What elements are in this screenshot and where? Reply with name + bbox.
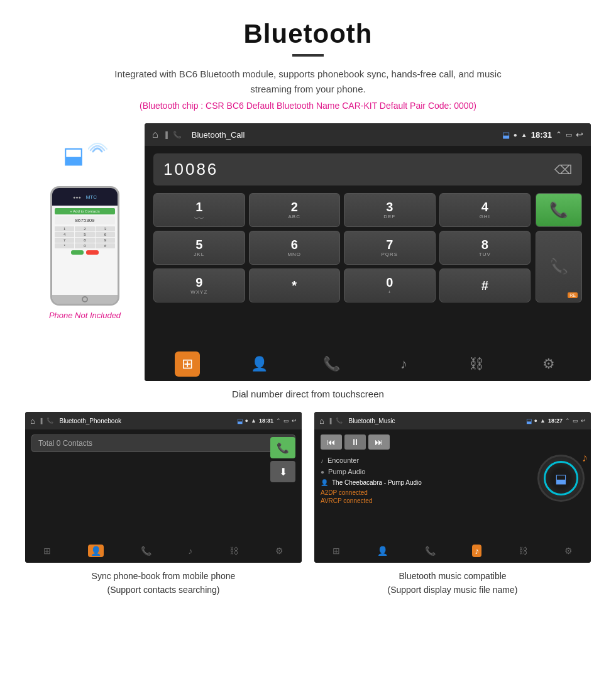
pb-nav-phone[interactable]: 📞 bbox=[141, 546, 151, 556]
page-header: Bluetooth Integrated with BC6 Bluetooth … bbox=[0, 0, 616, 123]
wifi-icon: ▲ bbox=[521, 131, 527, 138]
music-controls: ⏮ ⏸ ⏭ bbox=[321, 434, 585, 450]
pb-content: Total 0 Contacts bbox=[25, 429, 302, 463]
track-name-2: Pump Audio bbox=[328, 468, 365, 475]
music-caption-line2: (Support display music file name) bbox=[388, 585, 518, 595]
pb-chevron: ⌃ bbox=[276, 418, 281, 424]
bluetooth-icon: ⬓ bbox=[63, 142, 84, 169]
key-7[interactable]: 7PQRS bbox=[344, 231, 436, 265]
music-bottom-nav: ⊞ 👤 📞 ♪ ⛓ ⚙ bbox=[314, 539, 591, 563]
pb-nav-contacts[interactable]: 👤 bbox=[88, 545, 104, 557]
music-bt-icon: ⬓ bbox=[526, 418, 532, 424]
disc-ring: ⬓ bbox=[544, 461, 578, 495]
redial-button[interactable]: 📞 RE bbox=[536, 231, 582, 302]
disc-icon: ● bbox=[321, 468, 324, 475]
pb-search-bar[interactable]: Total 0 Contacts bbox=[31, 434, 295, 452]
pb-status-right: ⬓ ● ▲ 18:31 ⌃ ▭ ↩ bbox=[237, 418, 297, 424]
a2dp-connected: A2DP connected bbox=[321, 489, 532, 496]
key-0[interactable]: 0+ bbox=[344, 268, 436, 302]
dial-status-title: Bluetooth_Call bbox=[192, 130, 245, 140]
key-4[interactable]: 4GHI bbox=[439, 193, 531, 227]
backspace-button[interactable]: ⌫ bbox=[554, 162, 572, 177]
music-window: ▭ bbox=[573, 418, 578, 424]
music-chevron: ⌃ bbox=[565, 418, 570, 424]
back-icon: ↩ bbox=[576, 130, 583, 140]
dial-number: 10086 bbox=[163, 160, 218, 179]
status-time: 18:31 bbox=[531, 130, 552, 140]
music-wifi: ▲ bbox=[540, 418, 546, 424]
bottom-screens: ⌂ ▐ 📞 Bluetooth_Phonebook ⬓ ● ▲ 18:31 ⌃ … bbox=[0, 412, 616, 597]
music-nav-contacts[interactable]: 👤 bbox=[377, 546, 388, 556]
bt-status-icon: ⬓ bbox=[502, 130, 510, 140]
key-5[interactable]: 5JKL bbox=[153, 231, 245, 265]
key-8[interactable]: 8TUV bbox=[439, 231, 531, 265]
music-caption: Bluetooth music compatible (Support disp… bbox=[314, 569, 591, 597]
pb-bt-icon: ⬓ bbox=[237, 418, 243, 424]
phone-home-circle bbox=[82, 296, 88, 302]
pb-bottom-nav: ⊞ 👤 📞 ♪ ⛓ ⚙ bbox=[25, 539, 302, 563]
pb-home-icon: ⌂ bbox=[30, 416, 35, 426]
key-*[interactable]: * bbox=[249, 268, 341, 302]
phone-mockup: ●●● MTC + Add to Contacts 8675309 123 45… bbox=[50, 186, 119, 306]
pb-call-button[interactable]: 📞 bbox=[270, 437, 295, 458]
music-nav-phone[interactable]: 📞 bbox=[425, 546, 436, 556]
pb-nav-music[interactable]: ♪ bbox=[188, 546, 192, 556]
nav-dialpad-icon[interactable]: ⊞ bbox=[175, 351, 200, 377]
pb-time: 18:31 bbox=[259, 418, 273, 424]
pb-back: ↩ bbox=[292, 418, 297, 424]
dial-car-screen: ⌂ ▐ 📞 Bluetooth_Call ⬓ ● ▲ 18:31 ⌃ ▭ ↩ 1… bbox=[145, 123, 591, 381]
avrcp-connected: AVRCP connected bbox=[321, 497, 532, 504]
nav-settings-icon[interactable]: ⚙ bbox=[536, 351, 561, 377]
phone-dialpad: 123 456 789 *0# bbox=[55, 226, 115, 248]
play-button[interactable]: ⏸ bbox=[344, 434, 366, 450]
music-nav-settings[interactable]: ⚙ bbox=[564, 546, 573, 556]
nav-contacts-icon[interactable]: 👤 bbox=[247, 351, 272, 377]
nav-phone-icon[interactable]: 📞 bbox=[319, 351, 344, 377]
status-right: ⬓ ● ▲ 18:31 ⌃ ▭ ↩ bbox=[502, 130, 583, 140]
phone-home-bar bbox=[52, 295, 118, 304]
music-status-title: Bluetooth_Music bbox=[349, 418, 395, 424]
call-button[interactable]: 📞 bbox=[536, 193, 582, 227]
music-signal: ● bbox=[534, 418, 537, 424]
key-#[interactable]: # bbox=[439, 268, 531, 302]
prev-button[interactable]: ⏮ bbox=[321, 434, 342, 450]
music-home-icon: ⌂ bbox=[319, 416, 324, 426]
phone-screen-body: + Add to Contacts 8675309 123 456 789 *0… bbox=[52, 206, 118, 295]
main-screen-area: ⬓ ●●● MTC + Add to Contacts 8675309 123 bbox=[0, 123, 616, 381]
music-back: ↩ bbox=[581, 418, 586, 424]
bt-info: (Bluetooth chip : CSR BC6 Default Blueto… bbox=[25, 101, 591, 111]
music-phone-icon: 📞 bbox=[336, 418, 343, 424]
music-nav-dialpad[interactable]: ⊞ bbox=[333, 546, 340, 556]
disc-bt-icon: ⬓ bbox=[555, 471, 567, 486]
music-nav-link[interactable]: ⛓ bbox=[519, 546, 527, 556]
music-nav-music[interactable]: ♪ bbox=[472, 545, 481, 557]
music-tracks: ♪ Encounter ● Pump Audio 👤 The Cheebacab… bbox=[321, 455, 585, 504]
nav-music-icon[interactable]: ♪ bbox=[392, 351, 417, 377]
key-9[interactable]: 9WXYZ bbox=[153, 268, 245, 302]
track-name-1: Encounter bbox=[327, 456, 359, 464]
phone-side: ⬓ ●●● MTC + Add to Contacts 8675309 123 bbox=[25, 123, 145, 320]
track-item-2: ● Pump Audio bbox=[321, 466, 532, 477]
key-1[interactable]: 1◡◡ bbox=[153, 193, 245, 227]
pb-download-button[interactable]: ⬇ bbox=[270, 461, 295, 482]
page-title: Bluetooth bbox=[25, 19, 591, 49]
music-disc: ⬓ ♪ bbox=[537, 455, 585, 502]
dial-content: 10086 ⌫ 1◡◡2ABC3DEF4GHI5JKL6MNO7PQRS8TUV… bbox=[145, 146, 591, 310]
key-6[interactable]: 6MNO bbox=[249, 231, 341, 265]
pb-nav-dialpad[interactable]: ⊞ bbox=[43, 546, 51, 556]
key-2[interactable]: 2ABC bbox=[249, 193, 341, 227]
key-3[interactable]: 3DEF bbox=[344, 193, 436, 227]
pb-nav-link[interactable]: ⛓ bbox=[229, 546, 238, 556]
pb-signal: ● bbox=[245, 418, 248, 424]
note-icon-1: ♪ bbox=[321, 457, 324, 464]
track-name-3: The Cheebacabra - Pump Audio bbox=[332, 479, 422, 486]
phone-bottom-row bbox=[55, 250, 115, 255]
next-button[interactable]: ⏭ bbox=[368, 434, 390, 450]
nav-link-icon[interactable]: ⛓ bbox=[464, 351, 489, 377]
music-time: 18:27 bbox=[548, 418, 563, 424]
keypad-area: 1◡◡2ABC3DEF4GHI5JKL6MNO7PQRS8TUV9WXYZ*0+… bbox=[153, 193, 582, 302]
pb-nav-settings[interactable]: ⚙ bbox=[275, 546, 283, 556]
phonebook-status-bar: ⌂ ▐ 📞 Bluetooth_Phonebook ⬓ ● ▲ 18:31 ⌃ … bbox=[25, 412, 302, 429]
pb-window: ▭ bbox=[283, 418, 289, 424]
disc-notes-icon: ♪ bbox=[582, 451, 588, 465]
